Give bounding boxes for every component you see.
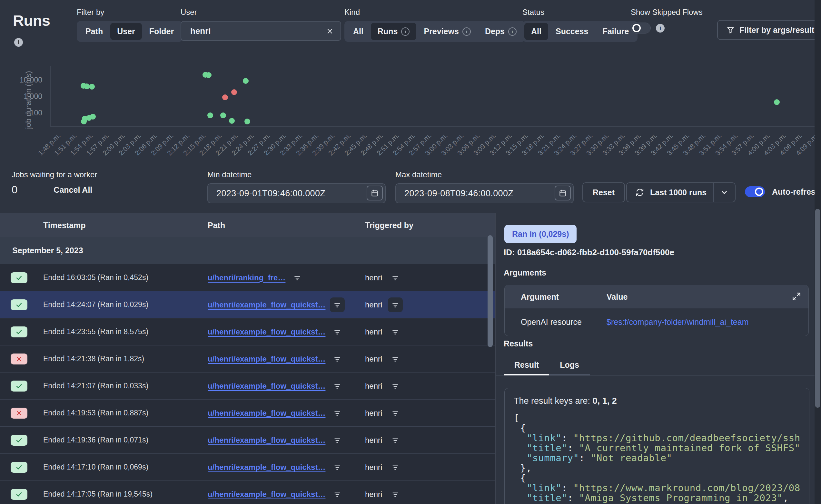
success-run-dot[interactable] — [84, 83, 90, 89]
x-axis-line — [50, 126, 819, 127]
clear-user-filter-icon[interactable] — [325, 26, 335, 36]
skipped-flows-info-icon[interactable]: i — [656, 24, 665, 33]
kind-label: Kind — [344, 8, 525, 17]
failure-run-dot[interactable] — [231, 89, 237, 95]
filter-by-user-icon[interactable] — [388, 433, 403, 448]
success-run-dot[interactable] — [243, 78, 249, 84]
table-row[interactable]: Ended 14:24:07 (Ran in 0,029s) u/henri/e… — [0, 291, 495, 318]
x-tick-label: 3:18 p.m. — [502, 131, 547, 176]
filter-by-folder-option[interactable]: Folder — [142, 23, 181, 40]
x-tick-label: 2:36 p.m. — [276, 131, 321, 176]
min-datetime-input[interactable] — [208, 189, 362, 199]
table-row[interactable]: Ended 14:21:07 (Ran in 0,033s) u/henri/e… — [0, 372, 495, 399]
filter-by-path-icon[interactable] — [330, 487, 345, 502]
show-skipped-flows-toggle[interactable] — [631, 23, 651, 34]
tab-result[interactable]: Result — [504, 356, 549, 376]
success-run-dot[interactable] — [206, 72, 211, 78]
filter-by-path-icon[interactable] — [330, 325, 345, 339]
reset-button[interactable]: Reset — [582, 182, 625, 202]
x-tick-label: 3:48 p.m. — [663, 131, 708, 176]
kind-deps-option[interactable]: Depsi — [478, 23, 523, 40]
success-run-dot[interactable] — [207, 112, 213, 118]
run-path-link[interactable]: u/henri/example_flow_quickst… — [208, 300, 325, 309]
filter-by-path-icon[interactable] — [290, 270, 305, 285]
argument-value-link[interactable]: $res:f/company-folder/windmill_ai_team — [607, 317, 808, 327]
expand-icon[interactable] — [792, 292, 801, 301]
table-row[interactable]: Ended 14:19:36 (Ran in 0,071s) u/henri/e… — [0, 426, 495, 453]
auto-refresh-label: Auto-refresh — [772, 187, 820, 197]
filter-by-path-icon[interactable] — [330, 460, 345, 475]
run-path-link[interactable]: u/henri/example_flow_quickst… — [208, 409, 325, 418]
x-tick-label: 2:00 p.m. — [82, 131, 127, 176]
table-row[interactable]: Ended 14:17:05 (Ran in 19,545s) u/henri/… — [0, 480, 495, 504]
table-row[interactable]: Ended 14:21:38 (Ran in 1,82s) u/henri/ex… — [0, 345, 495, 372]
filter-by-user-icon[interactable] — [388, 325, 403, 339]
cancel-all-button[interactable]: Cancel All — [54, 185, 92, 195]
kind-runs-option[interactable]: Runsi — [371, 23, 417, 40]
filter-by-user-icon[interactable] — [388, 270, 403, 285]
filter-by-path-icon[interactable] — [330, 379, 345, 393]
runs-kind-info-icon[interactable]: i — [401, 27, 409, 36]
success-run-dot[interactable] — [89, 84, 95, 90]
filter-by-user-option[interactable]: User — [110, 23, 142, 40]
x-tick-label: 2:30 p.m. — [243, 131, 288, 176]
auto-refresh-toggle[interactable] — [745, 186, 765, 197]
last-runs-dropdown-button[interactable] — [714, 183, 735, 202]
page-scrollbar[interactable] — [815, 209, 820, 408]
filter-by-user-icon[interactable] — [388, 352, 403, 366]
max-datetime-calendar-icon[interactable] — [555, 186, 571, 200]
filter-by-path-icon[interactable] — [330, 433, 345, 448]
x-tick-label: 1:51 p.m. — [34, 131, 79, 176]
last-runs-button[interactable]: Last 1000 runs — [627, 183, 713, 202]
page-title: Runs — [13, 12, 50, 29]
x-tick-label: 2:03 p.m. — [98, 131, 143, 176]
deps-kind-info-icon[interactable]: i — [508, 27, 517, 36]
filter-by-path-option[interactable]: Path — [79, 23, 110, 40]
table-row[interactable]: Ended 14:19:53 (Ran in 0,887s) u/henri/e… — [0, 399, 495, 426]
tab-logs[interactable]: Logs — [549, 356, 590, 376]
table-row[interactable]: Ended 16:03:05 (Ran in 0,452s) u/henri/r… — [0, 264, 495, 291]
filter-by-path-icon[interactable] — [330, 297, 345, 312]
status-success-option[interactable]: Success — [549, 23, 595, 40]
run-path-link[interactable]: u/henri/example_flow_quickst… — [208, 382, 325, 391]
success-run-dot[interactable] — [220, 112, 226, 118]
filter-by-path-icon[interactable] — [330, 406, 345, 421]
filter-by-user-icon[interactable] — [388, 460, 403, 475]
user-filter-label: User — [181, 8, 341, 17]
status-all-option[interactable]: All — [524, 23, 548, 40]
table-scrollbar[interactable] — [488, 235, 493, 347]
min-datetime-calendar-icon[interactable] — [366, 186, 383, 200]
run-path-link[interactable]: u/henri/example_flow_quickst… — [208, 354, 325, 363]
run-path-link[interactable]: u/henri/example_flow_quickst… — [208, 490, 325, 499]
table-row[interactable]: Ended 14:17:10 (Ran in 0,069s) u/henri/e… — [0, 453, 495, 480]
table-row[interactable]: Ended 14:23:55 (Ran in 8,575s) u/henri/e… — [0, 318, 495, 345]
success-run-dot[interactable] — [244, 119, 250, 124]
kind-previews-option[interactable]: Previewsi — [417, 23, 477, 40]
filter-by-args-button[interactable]: Filter by args/result — [717, 20, 821, 40]
x-tick-label: 2:15 p.m. — [163, 131, 208, 176]
x-tick-label: 3:30 p.m. — [566, 131, 611, 176]
filter-by-user-icon[interactable] — [388, 487, 403, 502]
status-toggle-group: All Success Failure — [523, 21, 638, 42]
kind-all-option[interactable]: All — [346, 23, 370, 40]
run-path-link[interactable]: u/henri/example_flow_quickst… — [208, 463, 325, 472]
failure-run-dot[interactable] — [222, 94, 228, 100]
run-path-link[interactable]: u/henri/example_flow_quickst… — [208, 327, 325, 336]
success-run-dot[interactable] — [90, 114, 96, 120]
filter-by-user-icon[interactable] — [388, 379, 403, 393]
run-path-link[interactable]: u/henri/example_flow_quickst… — [208, 436, 325, 445]
success-run-dot[interactable] — [774, 99, 780, 105]
status-failure-option[interactable]: Failure — [596, 23, 636, 40]
success-run-dot[interactable] — [229, 118, 235, 124]
x-tick-label: 2:45 p.m. — [324, 131, 369, 176]
filter-by-user-icon[interactable] — [388, 297, 403, 312]
runs-info-icon[interactable]: i — [14, 38, 23, 47]
run-path-link[interactable]: u/henri/ranking_fre… — [208, 273, 285, 282]
max-datetime-input[interactable] — [396, 189, 551, 199]
previews-kind-info-icon[interactable]: i — [463, 27, 471, 36]
user-filter-input[interactable] — [181, 26, 340, 36]
filter-by-path-icon[interactable] — [330, 352, 345, 366]
x-tick-label: 3:27 p.m. — [550, 131, 595, 176]
filter-by-user-icon[interactable] — [388, 406, 403, 421]
x-tick-label: 2:12 p.m. — [147, 131, 192, 176]
